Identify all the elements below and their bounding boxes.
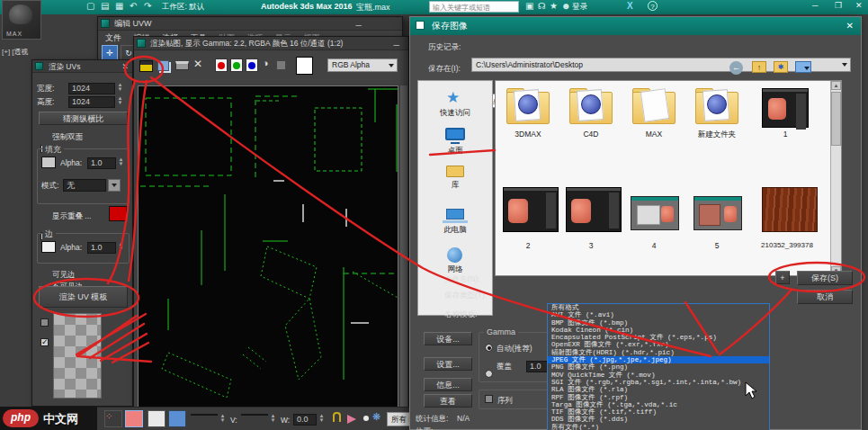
guess-aspect-button[interactable]: 猜测纵横比	[39, 112, 128, 125]
render-uvs-close-button[interactable]: ✕	[121, 60, 129, 73]
lock-icon[interactable]	[333, 412, 341, 422]
search-input[interactable]: 输入关键字或短语	[429, 1, 519, 13]
snowflake-icon[interactable]: ❋	[372, 411, 380, 423]
viewport-label[interactable]: [+] [透视	[2, 47, 32, 57]
fill-alpha-spinner[interactable]: ▲▼	[118, 157, 124, 166]
format-option[interactable]: TIF 图像文件 (*.tif,*.tiff)	[548, 408, 769, 416]
format-option[interactable]: 所有格式	[548, 304, 769, 311]
format-option[interactable]: Kodak Cineon (*.cin)	[548, 327, 769, 334]
v-spinner[interactable]: ▲▼	[270, 414, 276, 423]
view-menu-icon[interactable]	[795, 61, 811, 73]
clear-color-swatch[interactable]	[296, 57, 313, 75]
new-file-icon[interactable]: ▢	[86, 1, 94, 11]
window-minimize-button[interactable]: ─	[812, 1, 818, 10]
window-restore-button[interactable]: ❐	[835, 1, 842, 10]
save-button[interactable]: 保存(S)	[797, 271, 853, 285]
height-spinner[interactable]: ▲▼	[117, 96, 123, 105]
monochrome-icon[interactable]	[276, 60, 286, 70]
soft-selection-icon[interactable]: ⁘	[104, 410, 122, 427]
file-thumb-4[interactable]	[631, 196, 679, 230]
height-field[interactable]: 1024	[68, 96, 115, 108]
width-field[interactable]: 1024	[68, 83, 115, 94]
sequence-checkbox[interactable]	[485, 395, 493, 403]
device-button[interactable]: 设备...	[424, 332, 472, 345]
file-thumb-3[interactable]	[566, 187, 622, 232]
invisible-edges-checkbox[interactable]	[40, 318, 49, 327]
add-filename-button[interactable]: +	[775, 271, 790, 284]
favorites-star-icon[interactable]: ★	[550, 1, 558, 11]
redo-icon[interactable]: ↷	[144, 1, 151, 11]
undo-icon[interactable]: ↶	[130, 1, 137, 11]
width-spinner[interactable]: ▲▼	[117, 83, 123, 92]
render-template-button[interactable]: 渲染 UV 模板	[39, 286, 128, 308]
canvas-scrollbar[interactable]	[400, 85, 407, 408]
format-option[interactable]: OpenEXR 图像文件 (*.exr,*.fxr)	[548, 341, 769, 348]
clone-icon[interactable]	[157, 60, 169, 71]
seam-edges-checkbox[interactable]	[40, 338, 49, 346]
folder-max[interactable]	[632, 92, 676, 124]
search-options-icon[interactable]: ▣	[525, 1, 533, 11]
place-libraries[interactable]: 库	[418, 180, 492, 191]
history-dropdown[interactable]: C:\Users\Administrator\Desktop	[471, 58, 851, 72]
file-list-scrollbar[interactable]: ▲ ▼	[830, 81, 841, 275]
a360-icon[interactable]: X	[627, 1, 633, 11]
save-dialog-close-button[interactable]: ✕	[846, 17, 854, 35]
edit-uvw-minimize-button[interactable]: ─	[356, 19, 362, 32]
format-option[interactable]: 辐射图像文件(HDRI) (*.hdr,*.pic)	[548, 349, 769, 356]
signin-button[interactable]: 登录	[572, 2, 587, 13]
format-option[interactable]: PNG 图像文件 (*.png)	[548, 363, 769, 371]
file-thumb-1[interactable]	[762, 88, 809, 128]
brush-icon[interactable]	[347, 415, 356, 424]
folder-3dmax[interactable]	[506, 92, 550, 124]
alpha-channel-icon[interactable]: ◑	[263, 58, 269, 68]
format-option[interactable]: SGI 文件 (*.rgb,*.rgba,*.sgi,*.int,*.inta,…	[548, 379, 769, 386]
open-file-icon[interactable]: ▤	[101, 1, 109, 11]
folder-new[interactable]	[695, 92, 738, 124]
place-quick-access[interactable]: 快速访问	[418, 108, 492, 119]
edge-alpha-field[interactable]: 1.0	[87, 242, 116, 254]
menu-file[interactable]: 文件	[105, 33, 121, 42]
format-option[interactable]: DDS 图像文件 (*.dds)	[548, 416, 769, 423]
gamma-override-radio[interactable]	[485, 370, 493, 378]
render-map-title-bar[interactable]: 渲染贴图, 显示 Gamma: 2.2, RGBA 颜色 16 位/通道 (1:…	[134, 37, 408, 50]
box-mode-icon[interactable]	[148, 410, 166, 427]
scroll-thumb[interactable]	[831, 92, 841, 146]
render-map-minimize-button[interactable]: ─	[394, 39, 399, 52]
edge-alpha-spinner[interactable]: ▲▼	[118, 242, 124, 251]
window-close-button[interactable]: ✕	[855, 1, 863, 10]
blue-mode-icon[interactable]	[168, 410, 186, 427]
channel-display-dropdown[interactable]: RGB Alpha	[327, 58, 398, 72]
v-field[interactable]	[241, 414, 268, 416]
gamma-auto-radio[interactable]	[485, 344, 493, 352]
delete-icon[interactable]: ✕	[193, 58, 202, 70]
scroll-up-arrow[interactable]: ▲	[831, 81, 841, 90]
format-option[interactable]: AVI 文件 (*.avi)	[548, 311, 769, 318]
format-option[interactable]: Encapsulated PostScript 文件 (*.eps,*.ps)	[548, 334, 769, 341]
3dsmax-logo[interactable]: MAX	[2, 0, 41, 40]
setup-button[interactable]: 设置...	[424, 357, 472, 371]
cancel-button[interactable]: 取消	[797, 290, 853, 304]
edge-color-swatch[interactable]	[41, 241, 56, 253]
fill-alpha-field[interactable]: 1.0	[87, 157, 116, 169]
format-option[interactable]: Targa 图像文件 (*.tga,*.vda,*.ic	[548, 401, 769, 408]
format-option[interactable]: RPF 图像文件 (*.rpf)	[548, 394, 769, 401]
blue-channel-button[interactable]	[246, 58, 258, 72]
info-button[interactable]: 信息...	[424, 378, 472, 391]
mode-dropdown[interactable]: 无	[63, 179, 106, 192]
place-desktop[interactable]: 桌面	[418, 146, 492, 157]
paint-select-icon[interactable]	[125, 410, 143, 427]
format-option[interactable]: BMP 图像文件 (*.bmp)	[548, 319, 769, 327]
back-icon[interactable]: ←	[729, 61, 743, 75]
save-image-icon[interactable]	[139, 60, 153, 72]
new-folder-icon[interactable]: ✱	[774, 61, 788, 73]
folder-c4d[interactable]	[569, 92, 613, 124]
green-channel-button[interactable]	[230, 58, 243, 72]
u-spinner[interactable]: ▲▼	[219, 414, 226, 423]
mode-dropdown-arrow[interactable]	[108, 179, 121, 192]
place-this-pc[interactable]: 此电脑	[418, 225, 492, 236]
save-dialog-title-bar[interactable]: 保存图像 ✕	[410, 17, 861, 35]
user-icon[interactable]: ☻	[561, 1, 571, 11]
edit-uvw-title-bar[interactable]: 编辑 UVW ─	[98, 17, 402, 31]
dot-icon[interactable]	[363, 416, 369, 421]
file-thumb-wood[interactable]	[762, 187, 818, 232]
